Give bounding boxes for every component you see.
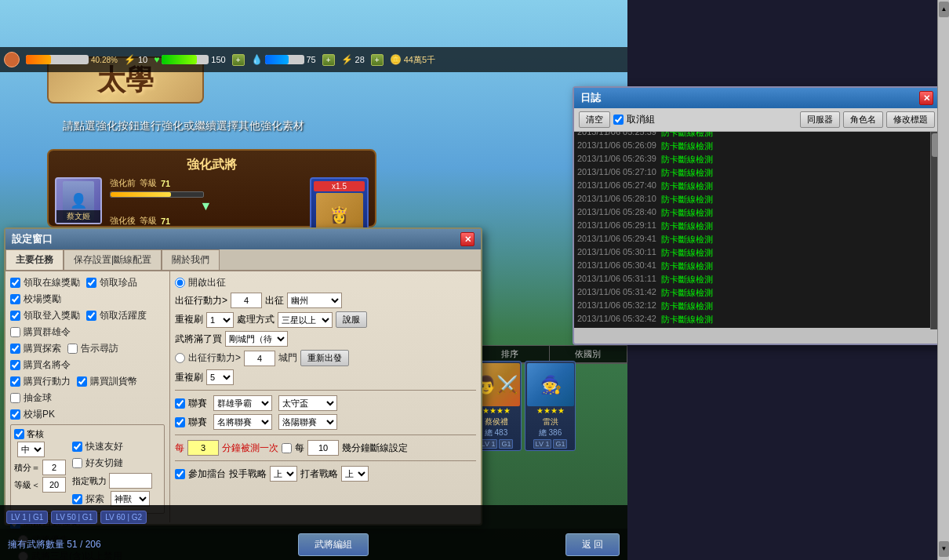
tab-save[interactable]: 保存設置|斷線配置 <box>64 249 162 270</box>
log-msg: 防卡斷線檢測 <box>661 247 713 259</box>
level-input[interactable] <box>42 477 66 493</box>
cb-row-explore: 購買探索 告示尋訪 <box>10 342 165 355</box>
explain-button[interactable]: 說服 <box>336 311 367 328</box>
league1-event[interactable]: 群雄爭霸 <box>213 395 272 411</box>
settings-close-button[interactable]: ✕ <box>460 232 474 246</box>
action-input[interactable] <box>231 293 262 308</box>
hud-exp: 40.28% <box>26 55 118 64</box>
log-item: 2013/11/06 05:27:40防卡斷線檢測 <box>576 180 938 193</box>
log-clear-button[interactable]: 清空 <box>579 111 610 128</box>
full-dropdown[interactable]: 剛城門（待 <box>225 331 288 347</box>
cb-active[interactable] <box>86 311 96 321</box>
city-action-input[interactable] <box>244 351 275 366</box>
mp-plus-button[interactable]: + <box>322 54 335 66</box>
detect-row: 每 分鐘被測一次 每 幾分鐘斷線設定 <box>175 440 476 456</box>
log-item: 2013/11/06 05:26:09防卡斷線檢測 <box>576 140 938 153</box>
log-time: 2013/11/06 05:32:42 <box>577 314 656 325</box>
cb-gold[interactable] <box>10 393 20 403</box>
back-button[interactable]: 返 回 <box>565 533 620 556</box>
strengthen-title: 強化武將 <box>55 157 369 173</box>
tab-about[interactable]: 關於我們 <box>162 249 220 270</box>
mp-value: 75 <box>307 55 316 64</box>
panel-tab-nation[interactable]: 依國別 <box>550 346 627 362</box>
lv-pill-1[interactable]: LV 1 | G1 <box>6 511 48 524</box>
energy-plus-button[interactable]: + <box>371 54 384 66</box>
log-msg: 防卡斷線檢測 <box>661 132 713 139</box>
log-msg: 防卡斷線檢測 <box>661 287 713 299</box>
explore-dropdown[interactable]: 神獸 <box>111 491 150 507</box>
cb-cancel[interactable] <box>613 115 624 125</box>
radio-open-expedition[interactable] <box>175 278 185 288</box>
attack-dropdown[interactable]: 上 <box>270 466 297 482</box>
cb-explore-label: 購買探索 <box>24 342 61 355</box>
right-scrollbar[interactable]: ▲ ▼ <box>937 0 949 560</box>
cb-league1[interactable] <box>175 398 185 409</box>
lv-pill-2[interactable]: LV 50 | G1 <box>51 511 97 524</box>
cb-action[interactable] <box>10 376 20 387</box>
log-time: 2013/11/06 05:30:41 <box>577 260 656 272</box>
cb-training[interactable] <box>77 376 87 387</box>
hitter-dropdown[interactable]: 上 <box>341 466 369 482</box>
atk-input[interactable] <box>109 473 152 489</box>
settings-tabs: 主要任務 保存設置|斷線配置 關於我們 <box>5 249 481 271</box>
divider3 <box>175 460 476 461</box>
divider2 <box>175 435 476 435</box>
cb-notice-label: 告示尋訪 <box>81 342 118 355</box>
energy-value: 28 <box>355 55 365 64</box>
cb-pk[interactable] <box>10 409 20 420</box>
cb-gen-order[interactable] <box>10 360 20 370</box>
log-content[interactable]: 2013/11/06 05:23:38防卡斷線檢測2013/11/06 05:2… <box>574 132 940 328</box>
group-button[interactable]: 武將編組 <box>298 533 369 556</box>
tab-main[interactable]: 主要任務 <box>5 249 64 270</box>
hero2-name: 雷洪 <box>527 416 573 427</box>
cb-group-order[interactable] <box>10 327 20 337</box>
hp-value: 150 <box>211 55 225 64</box>
level-label: 等級＜ <box>14 479 40 491</box>
restart-button[interactable]: 重新出發 <box>300 350 349 366</box>
cb-review[interactable] <box>14 429 24 439</box>
cb-explore[interactable] <box>10 344 20 354</box>
char-name: 蔡文姬 <box>56 210 100 223</box>
league1-target[interactable]: 太守盃 <box>278 395 337 411</box>
hp-plus-button[interactable]: + <box>232 54 245 66</box>
panel-tab-sort[interactable]: 排序 <box>471 346 550 362</box>
before-label: 強化前 <box>110 177 136 189</box>
score-input[interactable] <box>42 460 66 475</box>
detect-suffix-val[interactable] <box>307 440 339 456</box>
log-close-button[interactable]: ✕ <box>919 91 933 105</box>
server-button[interactable]: 同服器 <box>800 111 840 128</box>
dest-label: 出征 <box>265 294 284 307</box>
repeat-dropdown[interactable]: 1 <box>206 312 234 328</box>
cb-notice[interactable] <box>67 344 78 354</box>
log-item: 2013/11/06 05:25:39防卡斷線檢測 <box>576 132 938 140</box>
log-msg: 防卡斷線檢測 <box>661 274 713 285</box>
cb-treasure[interactable] <box>86 278 96 288</box>
repeat2-dropdown[interactable]: 5 <box>206 369 234 385</box>
cb-stage[interactable] <box>175 469 185 479</box>
lv-pill-3[interactable]: LV 60 | G2 <box>100 511 147 524</box>
cb-login2[interactable] <box>10 311 20 321</box>
cb-training-label: 購買訓貨幣 <box>90 375 137 388</box>
review-dropdown[interactable]: 中 <box>17 442 45 457</box>
cb-league2[interactable] <box>175 417 185 427</box>
cb-row-purchase: 購買群雄令 <box>10 325 165 339</box>
cb-login[interactable] <box>10 294 20 304</box>
strategy-row: 參加擂台 投手戰略 上 打者戰略 上 <box>175 466 476 482</box>
cb-quick-friend[interactable] <box>72 442 82 452</box>
log-item: 2013/11/06 05:31:42防卡斷線檢測 <box>576 286 938 300</box>
process-dropdown[interactable]: 三星以上 <box>278 312 333 328</box>
detect-val-input[interactable] <box>187 440 219 456</box>
log-msg: 防卡斷線檢測 <box>661 220 713 232</box>
league2-event[interactable]: 名將聯賽 <box>213 414 272 430</box>
cb-detect-suffix[interactable] <box>282 443 292 453</box>
role-button[interactable]: 角色名 <box>843 111 883 128</box>
radio-city-expedition[interactable] <box>175 353 185 363</box>
cb-explore2[interactable] <box>72 494 82 504</box>
league2-target[interactable]: 洛陽聯賽 <box>278 414 337 430</box>
cancel-label: 取消組 <box>627 113 655 126</box>
cb-online-label: 領取在線獎勵 <box>24 276 80 289</box>
edit-title-button[interactable]: 修改標題 <box>886 111 935 128</box>
cb-online[interactable] <box>10 278 20 288</box>
cb-friend-link[interactable] <box>72 458 82 468</box>
dest-dropdown[interactable]: 幽州 <box>287 293 342 308</box>
